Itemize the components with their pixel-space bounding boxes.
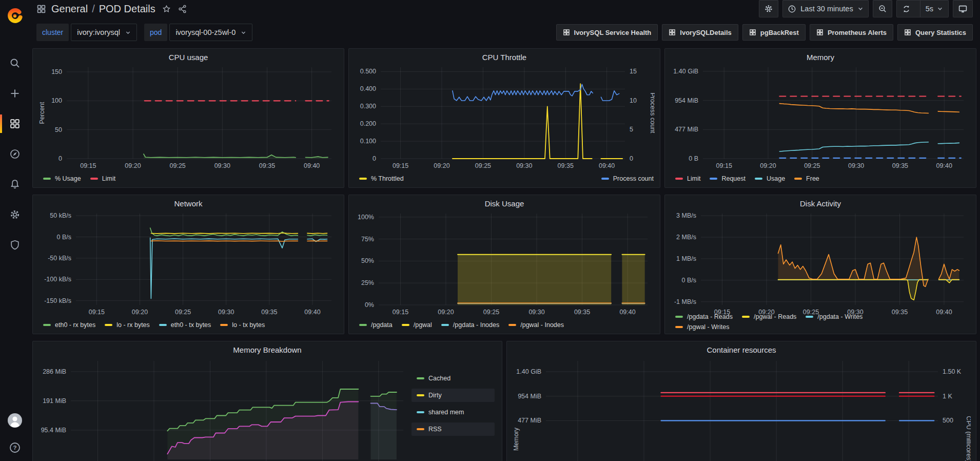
x-tick-label: 09:30 [218,309,234,316]
x-tick-label: 09:35 [259,162,275,169]
sidebar-item-profile[interactable] [7,413,23,428]
dashboard-settings-button[interactable] [759,0,778,17]
legend-item-free[interactable]: Free [794,175,819,182]
y-tick-label: 95.4 MiB [41,427,66,434]
dashboard-link-query-statistics[interactable]: Query Statistics [897,24,973,41]
panel-title[interactable]: CPU Throttle [354,52,655,63]
sidebar-item-explore[interactable] [0,148,29,160]
series-fill [144,154,296,159]
legend-item-process-count[interactable]: Process count [601,175,654,182]
panel-title[interactable]: Memory [670,52,971,63]
breadcrumb-section[interactable]: General [51,3,88,15]
share-icon [178,4,187,14]
legend-label: eth0 - rx bytes [55,321,95,329]
sidebar-item-help[interactable]: ? [7,441,23,454]
sidebar-item-create[interactable] [0,88,29,99]
sidebar-item-alerting[interactable] [0,179,29,190]
legend-color-swatch [159,324,167,326]
refresh-interval-dropdown[interactable]: 5s [920,1,948,17]
chart-disk-usage[interactable]: 09:1509:2009:2509:3009:3509:400%25%50%75… [354,209,655,318]
legend-item-request[interactable]: Request [710,175,746,182]
legend-item-limit[interactable]: Limit [675,175,700,182]
legend-cpu-throttle: % ThrottledProcess count [354,172,655,185]
legend-item-usage[interactable]: Usage [755,175,785,182]
panel-cpu-usage: CPU usage 09:1509:2009:2509:3009:3509:40… [32,48,344,188]
refresh-icon [902,5,911,13]
sidebar-item-dashboards[interactable] [0,118,29,129]
sidebar-item-server-admin[interactable] [0,239,29,251]
server-admin-shield-icon [9,239,21,251]
legend-item-lo-rx-bytes[interactable]: lo - rx bytes [105,321,150,329]
panel-title[interactable]: Disk Usage [354,198,655,209]
y-tick-label: 3 MB/s [676,212,696,219]
chart-container-resources[interactable]: 477 MiB954 MiB1.40 GiB5001 K1.50 KMemory… [512,356,971,461]
panel-title[interactable]: Container resources [512,344,971,356]
y-axis-label: Memory [513,427,520,451]
y-tick-label: 1 MB/s [676,255,696,262]
dashboard-link-ivorysqldetails[interactable]: IvorySQLDetails [662,24,738,41]
legend-label: /pgwal [414,321,432,329]
variable-pod-dropdown[interactable]: ivorysql-00-z5wl-0 [169,24,252,41]
chart-network[interactable]: 09:1509:2009:2509:3009:3509:40-150 kB/s-… [38,209,339,318]
sidebar-item-search[interactable] [0,57,29,69]
legend-item--pgwal[interactable]: /pgwal [402,321,432,329]
y-axis-label: Percent [38,102,46,124]
series-line [779,142,928,151]
legend-label: Cached [428,375,450,382]
variable-cluster-label[interactable]: cluster [36,24,69,41]
legend-item-lo-tx-bytes[interactable]: lo - tx bytes [220,321,265,329]
chart-cpu-usage[interactable]: 09:1509:2009:2509:3009:3509:40050100150P… [38,63,339,172]
legend-disk-usage: /pgdata/pgwal/pgdata - Inodes/pgwal - In… [354,318,655,332]
time-range-picker[interactable]: Last 30 minutes [782,0,868,17]
dashboard-submenu: cluster ivory:ivorysql pod ivorysql-00-z… [29,17,980,42]
legend-label: lo - rx bytes [116,321,150,329]
legend-network: eth0 - rx byteslo - rx byteseth0 - tx by… [38,318,339,332]
y-tick-label: -100 kB/s [44,276,71,283]
search-icon [9,57,21,69]
dashboard-link-ivorysql-service-health[interactable]: IvorySQL Service Health [556,24,658,41]
legend-item--pgdata[interactable]: /pgdata [359,321,393,329]
x-tick-label: 09:30 [848,162,864,169]
legend-item-rss[interactable]: RSS [411,422,495,436]
panel-title[interactable]: Memory Breakdown [38,344,497,356]
legend-item-dirty[interactable]: Dirty [411,389,495,402]
chart-memory[interactable]: 09:1509:2009:2509:3009:3509:400 B477 MiB… [670,63,971,172]
panel-title[interactable]: Disk Activity [670,198,971,209]
legend-label: Dirty [428,392,442,399]
panel-title[interactable]: CPU usage [38,52,339,63]
chart-area: 09:1509:2009:2509:3009:3509:400 B477 MiB… [670,63,971,172]
chart-memory-breakdown[interactable]: 95.4 MiB191 MiB286 MiB [38,356,408,461]
star-dashboard-button[interactable] [162,4,171,14]
chart-cpu-throttle[interactable]: 09:1509:2009:2509:3009:3509:4000.1000.20… [354,63,655,172]
legend-color-swatch [90,178,98,180]
legend-item-shared-mem[interactable]: shared mem [411,406,495,419]
legend-item--pgdata-inodes[interactable]: /pgdata - Inodes [441,321,499,329]
dashboard-apps-icon [36,4,46,14]
sidebar-item-configuration[interactable] [0,209,29,220]
legend-label: Limit [687,175,700,182]
legend-item--throttled[interactable]: % Throttled [359,175,404,182]
legend-item-limit[interactable]: Limit [90,175,115,182]
share-dashboard-button[interactable] [178,4,187,14]
grafana-logo[interactable] [5,6,25,26]
legend-item-eth0-rx-bytes[interactable]: eth0 - rx bytes [43,321,95,329]
variable-cluster-dropdown[interactable]: ivory:ivorysql [71,24,137,41]
dashboard-link-prometheus-alerts[interactable]: Prometheus Alerts [810,24,893,41]
legend-item--pgwal-writes[interactable]: /pgwal - Writes [675,323,729,331]
legend-item--usage[interactable]: % Usage [43,175,81,182]
legend-color-swatch [220,324,228,326]
chart-disk-activity[interactable]: 09:1509:2009:2509:3009:3509:40-1 MB/s0 B… [670,209,971,318]
panel-title[interactable]: Network [38,198,339,209]
kiosk-mode-button[interactable] [953,0,973,17]
series-fill [458,255,611,305]
legend-item-cached[interactable]: Cached [411,372,495,385]
dashboard-link-pgbackrest[interactable]: pgBackRest [742,24,806,41]
x-tick-label: 09:40 [936,162,952,169]
refresh-button[interactable] [897,1,916,17]
zoom-out-button[interactable] [873,0,892,17]
series-line [150,238,298,298]
dashboards-icon [9,118,21,129]
variable-pod-label[interactable]: pod [144,24,167,41]
legend-item--pgwal-inodes[interactable]: /pgwal - Inodes [508,321,564,329]
legend-item-eth0-tx-bytes[interactable]: eth0 - tx bytes [159,321,211,329]
